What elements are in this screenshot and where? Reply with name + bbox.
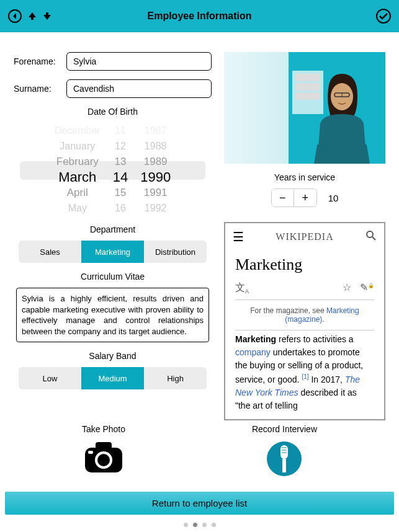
svg-point-1 <box>377 9 390 23</box>
date-wheel-item[interactable]: 1990 <box>140 169 171 185</box>
forename-label: Forename: <box>14 56 66 66</box>
wikipedia-logo: WIKIPEDIA <box>276 231 333 242</box>
wiki-link-company[interactable]: company <box>235 347 271 357</box>
date-wheel-item[interactable]: 1989 <box>144 154 168 169</box>
date-wheel-item[interactable]: 16 <box>115 200 126 216</box>
svg-rect-16 <box>88 451 93 454</box>
date-wheel-item[interactable]: December <box>55 123 101 138</box>
date-wheel-item[interactable]: April <box>67 185 88 200</box>
up-arrow-icon[interactable] <box>27 11 37 21</box>
page-indicator <box>184 523 216 527</box>
date-wheel-item[interactable]: February <box>56 154 99 169</box>
wiki-body-text: Marketing refers to activities a company… <box>225 330 384 415</box>
date-wheel-item[interactable]: 12 <box>115 138 126 154</box>
search-icon[interactable] <box>365 230 377 244</box>
surname-input[interactable] <box>66 79 212 98</box>
forename-input[interactable] <box>66 52 212 71</box>
date-wheel-item[interactable]: May <box>68 200 87 216</box>
cv-textarea[interactable]: Sylvia is a highly efficient, results dr… <box>16 288 209 342</box>
stepper-minus-button[interactable]: − <box>272 189 294 206</box>
pager-dot[interactable] <box>212 523 216 527</box>
date-wheel-item[interactable]: 13 <box>114 154 126 169</box>
svg-rect-5 <box>295 92 320 100</box>
dept-option-distribution[interactable]: Distribution <box>144 241 207 263</box>
wiki-article-title: Marketing <box>225 250 384 282</box>
surname-label: Surname: <box>14 84 66 94</box>
page-title: Employee Information <box>147 11 251 22</box>
years-stepper: − + <box>271 188 317 207</box>
service-label: Years in service <box>224 172 385 182</box>
svg-rect-22 <box>282 459 286 472</box>
confirm-icon[interactable] <box>375 8 392 24</box>
svg-rect-4 <box>295 83 320 91</box>
svg-rect-13 <box>96 442 112 451</box>
microphone-icon[interactable] <box>266 469 303 479</box>
date-wheel-item[interactable]: 1992 <box>145 200 167 216</box>
down-arrow-icon[interactable] <box>42 11 52 21</box>
department-label: Department <box>14 224 212 234</box>
stepper-plus-button[interactable]: + <box>294 189 316 206</box>
date-wheel-item[interactable]: 1987 <box>145 123 167 138</box>
record-interview-label: Record Interview <box>252 424 317 434</box>
date-wheel-item[interactable]: 1988 <box>145 138 167 154</box>
wikipedia-panel: ☰ WIKIPEDIA Marketing 文A ☆ ✎🔒 For the ma… <box>224 222 385 420</box>
svg-point-15 <box>97 454 110 466</box>
salary-segmented: LowMediumHigh <box>19 367 207 389</box>
salary-option-medium[interactable]: Medium <box>81 367 144 389</box>
edit-lock-icon[interactable]: ✎🔒 <box>360 282 374 295</box>
date-wheel-item[interactable]: 15 <box>114 185 126 200</box>
cv-label: Curriculum Vitae <box>14 272 212 282</box>
svg-rect-3 <box>295 74 320 81</box>
dept-option-marketing[interactable]: Marketing <box>81 241 144 263</box>
pager-dot[interactable] <box>193 523 197 527</box>
svg-line-11 <box>372 237 375 240</box>
menu-icon[interactable]: ☰ <box>233 229 244 244</box>
language-icon[interactable]: 文A <box>235 282 249 295</box>
salary-option-high[interactable]: High <box>144 367 207 389</box>
camera-icon[interactable] <box>82 466 125 476</box>
wiki-hatnote: For the magazine, see Marketing (magazin… <box>225 300 384 330</box>
take-photo-label: Take Photo <box>82 424 125 434</box>
svg-rect-18 <box>280 445 288 459</box>
salary-label: Salary Band <box>14 351 212 361</box>
date-picker[interactable]: DecemberJanuaryFebruaryMarchAprilMay1112… <box>14 123 212 216</box>
dob-label: Date Of Birth <box>14 107 212 117</box>
pager-dot[interactable] <box>184 523 188 527</box>
wiki-ref[interactable]: [1] <box>302 373 308 380</box>
employee-photo <box>224 52 385 164</box>
date-wheel-item[interactable]: 11 <box>115 123 126 138</box>
svg-point-10 <box>367 231 373 237</box>
header-bar: Employee Information <box>0 0 399 32</box>
date-wheel-item[interactable]: March <box>58 169 96 185</box>
date-wheel-item[interactable]: 1991 <box>144 185 168 200</box>
department-segmented: SalesMarketingDistribution <box>19 241 207 263</box>
pager-dot[interactable] <box>202 523 207 527</box>
return-button[interactable]: Return to employee list <box>5 492 394 515</box>
salary-option-low[interactable]: Low <box>19 367 81 389</box>
date-wheel-item[interactable]: 14 <box>113 169 128 185</box>
date-wheel-item[interactable]: January <box>60 138 95 154</box>
back-icon[interactable] <box>7 9 22 24</box>
dept-option-sales[interactable]: Sales <box>19 241 81 263</box>
star-icon[interactable]: ☆ <box>343 282 351 295</box>
years-value: 10 <box>328 193 339 203</box>
